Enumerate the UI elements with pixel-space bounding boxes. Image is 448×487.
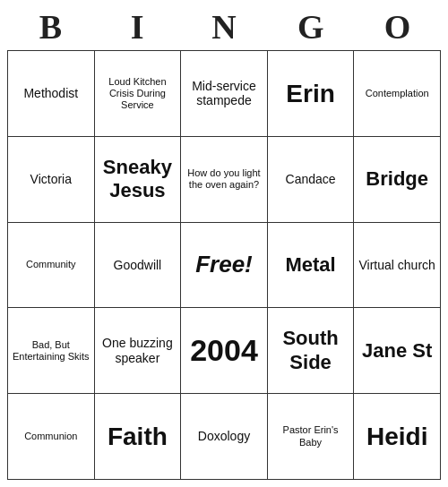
cell-r4-c1: Faith: [94, 394, 181, 480]
bingo-grid: MethodistLoud Kitchen Crisis During Serv…: [7, 50, 441, 480]
header-letter-o: O: [354, 7, 441, 47]
cell-r0-c2: Mid-service stampede: [181, 51, 268, 137]
cell-r3-c0: Bad, But Entertaining Skits: [8, 308, 95, 394]
cell-r0-c0: Methodist: [8, 51, 95, 137]
cell-r2-c4: Virtual church: [354, 222, 441, 308]
cell-r3-c2: 2004: [181, 308, 268, 394]
cell-r1-c3: Candace: [267, 136, 354, 222]
header-letter-i: I: [94, 7, 181, 47]
cell-r1-c2: How do you light the oven again?: [181, 136, 268, 222]
cell-r3-c4: Jane St: [354, 308, 441, 394]
cell-r4-c0: Communion: [8, 394, 95, 480]
cell-r2-c1: Goodwill: [94, 222, 181, 308]
cell-r4-c3: Pastor Erin's Baby: [267, 394, 354, 480]
cell-r2-c0: Community: [8, 222, 95, 308]
header-letter-n: N: [181, 7, 268, 47]
cell-r4-c2: Doxology: [181, 394, 268, 480]
cell-r1-c4: Bridge: [354, 136, 441, 222]
cell-r0-c1: Loud Kitchen Crisis During Service: [94, 51, 181, 137]
cell-r1-c1: Sneaky Jesus: [94, 136, 181, 222]
header-letter-b: B: [7, 7, 94, 47]
cell-r0-c4: Contemplation: [354, 51, 441, 137]
cell-r3-c1: One buzzing speaker: [94, 308, 181, 394]
bingo-header: BINGO: [7, 7, 441, 47]
cell-r1-c0: Victoria: [8, 136, 95, 222]
header-letter-g: G: [267, 7, 354, 47]
cell-r4-c4: Heidi: [354, 394, 441, 480]
cell-r0-c3: Erin: [267, 51, 354, 137]
cell-r2-c3: Metal: [267, 222, 354, 308]
cell-r2-c2: Free!: [181, 222, 268, 308]
cell-r3-c3: South Side: [267, 308, 354, 394]
